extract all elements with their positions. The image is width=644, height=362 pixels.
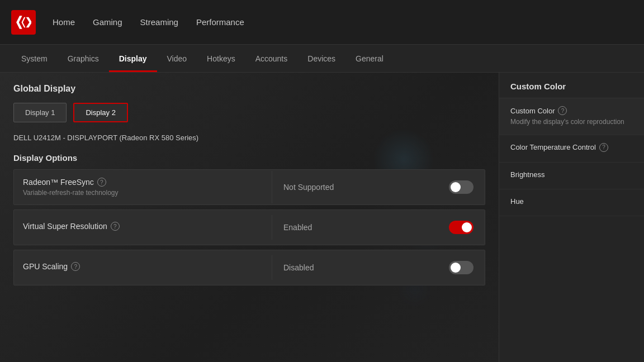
tab-general[interactable]: General	[345, 45, 394, 72]
color-temp-name: Color Temperature Control ?	[510, 143, 633, 152]
freesync-toggle[interactable]	[449, 180, 473, 194]
display-options-title: Display Options	[13, 153, 485, 163]
tab-system[interactable]: System	[11, 45, 58, 72]
tab-accounts[interactable]: Accounts	[245, 45, 298, 72]
custom-color-help-icon[interactable]: ?	[558, 106, 567, 115]
secondary-nav: System Graphics Display Video Hotkeys Ac…	[0, 45, 644, 73]
display-selector: Display 1 Display 2	[13, 103, 485, 122]
freesync-status: Not Supported	[283, 183, 334, 192]
gpu-scaling-toggle[interactable]	[449, 261, 473, 274]
top-nav-links: Home Gaming Streaming Performance	[53, 15, 244, 29]
vsr-label: Virtual Super Resolution	[23, 222, 107, 231]
hue-label: Hue	[510, 197, 524, 206]
freesync-toggle-knob	[451, 182, 461, 192]
vsr-help-icon[interactable]: ?	[111, 222, 120, 231]
tab-display[interactable]: Display	[109, 45, 157, 72]
freesync-name: Radeon™ FreeSync ?	[23, 178, 263, 187]
freesync-option-left: Radeon™ FreeSync ? Variable-refresh-rate…	[14, 171, 272, 203]
gpu-scaling-option-left: GPU Scaling ?	[14, 255, 272, 280]
freesync-option-right: Not Supported	[272, 174, 485, 201]
right-option-brightness[interactable]: Brightness	[499, 163, 644, 189]
display1-button[interactable]: Display 1	[13, 103, 67, 122]
vsr-option-row: Virtual Super Resolution ? Enabled	[13, 209, 485, 245]
nav-performance[interactable]: Performance	[196, 15, 244, 29]
tab-devices[interactable]: Devices	[297, 45, 345, 72]
custom-color-label: Custom Color	[510, 107, 555, 115]
right-panel: Custom Color Custom Color ? Modify the d…	[499, 73, 644, 362]
nav-streaming[interactable]: Streaming	[140, 15, 178, 29]
gpu-scaling-option-right: Disabled	[272, 254, 485, 281]
tab-hotkeys[interactable]: Hotkeys	[197, 45, 245, 72]
color-temp-label: Color Temperature Control	[510, 143, 596, 151]
freesync-option-row: Radeon™ FreeSync ? Variable-refresh-rate…	[13, 169, 485, 205]
gpu-scaling-name: GPU Scaling ?	[23, 262, 263, 271]
right-option-hue[interactable]: Hue	[499, 189, 644, 216]
main-content: Global Display Display 1 Display 2 DELL …	[0, 73, 644, 362]
custom-color-desc: Modify the display's color reproduction	[510, 117, 633, 127]
right-option-color-temp[interactable]: Color Temperature Control ?	[499, 135, 644, 163]
freesync-help-icon[interactable]: ?	[97, 178, 106, 187]
tab-video[interactable]: Video	[157, 45, 197, 72]
vsr-toggle[interactable]	[449, 221, 473, 234]
color-temp-help-icon[interactable]: ?	[599, 143, 608, 152]
vsr-option-right: Enabled	[272, 214, 485, 241]
right-panel-title: Custom Color	[499, 73, 644, 98]
nav-home[interactable]: Home	[53, 15, 75, 29]
gpu-scaling-help-icon[interactable]: ?	[71, 262, 80, 271]
global-display-title: Global Display	[13, 84, 485, 94]
tab-graphics[interactable]: Graphics	[58, 45, 109, 72]
brightness-label: Brightness	[510, 170, 544, 179]
amd-logo	[11, 10, 36, 35]
vsr-toggle-knob	[462, 222, 472, 232]
custom-color-name: Custom Color ?	[510, 106, 633, 115]
freesync-label: Radeon™ FreeSync	[23, 178, 94, 187]
vsr-name: Virtual Super Resolution ?	[23, 222, 263, 231]
gpu-scaling-status: Disabled	[283, 263, 314, 272]
gpu-scaling-label: GPU Scaling	[23, 262, 68, 271]
vsr-status: Enabled	[283, 223, 312, 232]
nav-gaming[interactable]: Gaming	[93, 15, 122, 29]
gpu-scaling-option-row: GPU Scaling ? Disabled	[13, 250, 485, 285]
vsr-option-left: Virtual Super Resolution ?	[14, 215, 272, 240]
display2-button[interactable]: Display 2	[73, 103, 127, 122]
hue-name: Hue	[510, 197, 633, 206]
right-option-custom-color[interactable]: Custom Color ? Modify the display's colo…	[499, 98, 644, 135]
left-panel: Global Display Display 1 Display 2 DELL …	[0, 73, 499, 362]
freesync-desc: Variable-refresh-rate technology	[23, 189, 263, 197]
gpu-scaling-toggle-knob	[451, 263, 461, 273]
brightness-name: Brightness	[510, 170, 633, 179]
top-nav-bar: Home Gaming Streaming Performance	[0, 0, 644, 45]
monitor-name: DELL U2412M - DISPLAYPORT (Radeon RX 580…	[13, 134, 485, 142]
